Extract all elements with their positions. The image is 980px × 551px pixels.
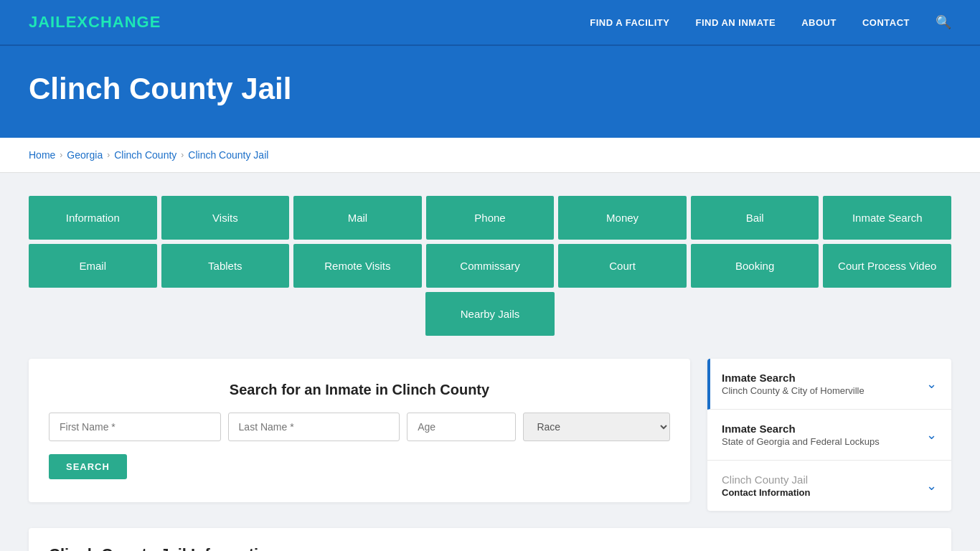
sidebar-card: Inmate Search Clinch County & City of Ho… — [707, 359, 951, 511]
breadcrumb-home[interactable]: Home — [29, 149, 55, 161]
main-content: Information Visits Mail Phone Money Bail… — [0, 173, 980, 551]
btn-booking[interactable]: Booking — [691, 244, 819, 288]
sidebar-item-inmate-search-local[interactable]: Inmate Search Clinch County & City of Ho… — [707, 359, 951, 410]
breadcrumb-sep-1: › — [60, 150, 62, 160]
bottom-info: Clinch County Jail Information — [29, 528, 951, 551]
page-title: Clinch County Jail — [29, 72, 951, 106]
button-grid-row2: Email Tablets Remote Visits Commissary C… — [29, 244, 951, 288]
hero-section: Clinch County Jail — [0, 46, 980, 138]
chevron-down-icon-1: ⌄ — [926, 427, 937, 443]
bottom-title: Clinch County Jail Information — [49, 545, 931, 551]
nav-links: FIND A FACILITY FIND AN INMATE ABOUT CON… — [590, 14, 951, 30]
btn-phone[interactable]: Phone — [426, 196, 555, 240]
search-icon[interactable]: 🔍 — [936, 14, 951, 30]
breadcrumb-bar: Home › Georgia › Clinch County › Clinch … — [0, 138, 980, 173]
btn-commissary[interactable]: Commissary — [426, 244, 555, 288]
nav-find-facility[interactable]: FIND A FACILITY — [590, 17, 669, 28]
breadcrumb-clinch-county[interactable]: Clinch County — [114, 149, 176, 161]
race-select[interactable]: Race White Black Hispanic Asian Other — [523, 413, 670, 441]
logo-jail: JAIL — [29, 13, 66, 31]
sidebar-item-title-2: Clinch County Jail — [722, 474, 811, 486]
btn-money[interactable]: Money — [558, 196, 687, 240]
btn-bail[interactable]: Bail — [691, 196, 819, 240]
lower-section: Search for an Inmate in Clinch County Ra… — [29, 359, 951, 511]
sidebar-item-inmate-search-state[interactable]: Inmate Search State of Georgia and Feder… — [707, 410, 951, 461]
btn-visits[interactable]: Visits — [161, 196, 290, 240]
search-button[interactable]: SEARCH — [49, 454, 127, 479]
last-name-input[interactable] — [228, 413, 400, 441]
sidebar: Inmate Search Clinch County & City of Ho… — [707, 359, 951, 511]
btn-nearby-jails[interactable]: Nearby Jails — [425, 292, 555, 336]
btn-inmate-search[interactable]: Inmate Search — [823, 196, 951, 240]
btn-information[interactable]: Information — [29, 196, 157, 240]
search-panel: Search for an Inmate in Clinch County Ra… — [29, 359, 690, 502]
chevron-down-icon-2: ⌄ — [926, 478, 937, 494]
btn-mail[interactable]: Mail — [293, 196, 422, 240]
first-name-input[interactable] — [49, 413, 221, 441]
breadcrumb-georgia[interactable]: Georgia — [67, 149, 103, 161]
navbar: JAILEXCHANGE FIND A FACILITY FIND AN INM… — [0, 0, 980, 46]
sidebar-item-contact-info[interactable]: Clinch County Jail Contact Information ⌄ — [707, 461, 951, 511]
sidebar-item-subtitle-0: Clinch County & City of Homerville — [722, 385, 864, 396]
nav-find-inmate[interactable]: FIND AN INMATE — [695, 17, 776, 28]
breadcrumb-sep-3: › — [181, 150, 184, 160]
btn-tablets[interactable]: Tablets — [161, 244, 290, 288]
search-title: Search for an Inmate in Clinch County — [49, 382, 670, 398]
breadcrumb: Home › Georgia › Clinch County › Clinch … — [29, 149, 951, 161]
btn-court[interactable]: Court — [558, 244, 687, 288]
btn-remote-visits[interactable]: Remote Visits — [293, 244, 422, 288]
logo[interactable]: JAILEXCHANGE — [29, 13, 161, 32]
breadcrumb-sep-2: › — [107, 150, 110, 160]
btn-email[interactable]: Email — [29, 244, 157, 288]
age-input[interactable] — [407, 413, 516, 441]
sidebar-item-subtitle-1: State of Georgia and Federal Lockups — [722, 436, 880, 447]
btn-court-process-video[interactable]: Court Process Video — [823, 244, 951, 288]
button-grid-row3: Nearby Jails — [29, 292, 951, 336]
sidebar-item-subtitle-2: Contact Information — [722, 487, 811, 498]
search-form: Race White Black Hispanic Asian Other — [49, 413, 670, 441]
nav-about[interactable]: ABOUT — [801, 17, 837, 28]
chevron-down-icon-0: ⌄ — [926, 376, 937, 392]
button-grid-row1: Information Visits Mail Phone Money Bail… — [29, 196, 951, 240]
sidebar-item-title-1: Inmate Search — [722, 423, 880, 435]
breadcrumb-current: Clinch County Jail — [188, 149, 268, 161]
sidebar-item-title-0: Inmate Search — [722, 372, 864, 384]
nav-contact[interactable]: CONTACT — [862, 17, 910, 28]
logo-exchange: EXCHANGE — [66, 13, 161, 31]
